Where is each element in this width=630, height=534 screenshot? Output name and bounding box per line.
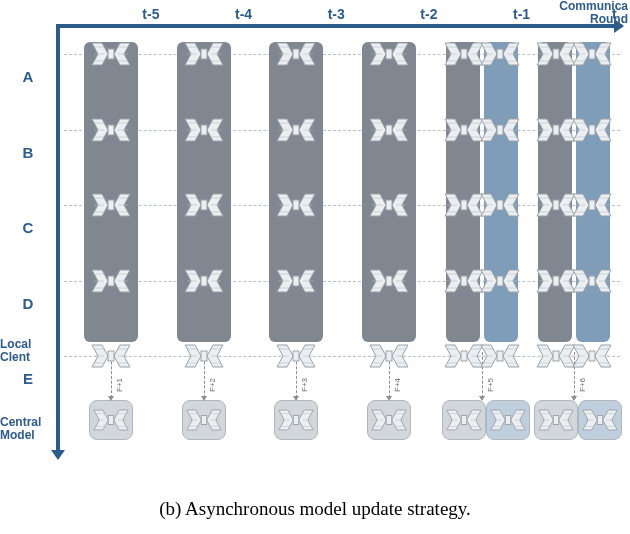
model-icon [368, 343, 410, 369]
model-icon [571, 117, 613, 143]
model-icon [183, 117, 225, 143]
aggregation-label: F+5 [485, 378, 494, 392]
model-icon [183, 268, 225, 294]
model-icon [90, 117, 132, 143]
model-icon [479, 41, 521, 67]
model-icon [90, 343, 132, 369]
svg-rect-2 [108, 415, 113, 424]
model-icon [90, 41, 132, 67]
time-label: t-4 [235, 6, 252, 22]
figure-caption: (b) Asynchronous model update strategy. [0, 498, 630, 520]
model-icon [275, 117, 317, 143]
model-icon [183, 343, 225, 369]
svg-rect-65 [598, 415, 603, 424]
svg-rect-191 [293, 276, 299, 286]
svg-rect-146 [201, 276, 207, 286]
model-icon [90, 192, 132, 218]
client-labels: ABCDE [8, 58, 48, 344]
svg-rect-335 [497, 351, 503, 361]
aggregation-label: F+1 [114, 378, 123, 392]
svg-rect-371 [589, 125, 595, 135]
time-label: t-5 [142, 6, 159, 22]
svg-rect-128 [201, 125, 207, 135]
time-label: t [612, 6, 617, 22]
time-labels: t-5t-4t-3t-2t-1t [60, 6, 622, 24]
client-label: C [8, 219, 48, 236]
model-icon [368, 268, 410, 294]
model-icon [275, 343, 317, 369]
model-icon [479, 268, 521, 294]
client-label: B [8, 143, 48, 160]
svg-rect-362 [553, 125, 559, 135]
svg-rect-281 [497, 125, 503, 135]
model-icon [183, 192, 225, 218]
svg-rect-164 [293, 49, 299, 59]
central-model-box [367, 400, 411, 440]
svg-rect-173 [293, 125, 299, 135]
aggregation-arrow-icon [479, 396, 485, 401]
central-model-box [89, 400, 133, 440]
svg-rect-380 [553, 200, 559, 210]
model-icon [368, 41, 410, 67]
svg-rect-218 [386, 125, 392, 135]
svg-rect-389 [589, 200, 595, 210]
svg-rect-11 [201, 415, 206, 424]
svg-rect-38 [461, 415, 466, 424]
arrow-down-icon [51, 450, 65, 460]
svg-rect-92 [108, 200, 114, 210]
central-model-box [274, 400, 318, 440]
svg-rect-416 [553, 351, 559, 361]
svg-rect-398 [553, 276, 559, 286]
svg-rect-326 [461, 351, 467, 361]
aggregation-arrow-icon [293, 396, 299, 401]
central-model-box [486, 400, 530, 440]
client-label: D [8, 294, 48, 311]
aggregation-arrow-icon [108, 396, 114, 401]
svg-rect-425 [589, 351, 595, 361]
svg-rect-308 [461, 276, 467, 286]
svg-rect-272 [461, 125, 467, 135]
aggregation-arrow-icon [386, 396, 392, 401]
client-label: E [8, 370, 48, 387]
time-label: t-1 [513, 6, 530, 22]
central-model-box [182, 400, 226, 440]
model-icon [275, 41, 317, 67]
svg-rect-227 [386, 200, 392, 210]
svg-rect-344 [553, 49, 559, 59]
aggregation-label: F+3 [300, 378, 309, 392]
svg-rect-83 [108, 125, 114, 135]
aggregation-arrow-icon [571, 396, 577, 401]
svg-rect-155 [201, 351, 207, 361]
svg-rect-236 [386, 276, 392, 286]
model-icon [571, 41, 613, 67]
central-model-label: CentralModel [0, 416, 41, 442]
svg-rect-137 [201, 200, 207, 210]
model-icon [368, 192, 410, 218]
svg-rect-353 [589, 49, 595, 59]
aggregation-label: F+4 [392, 378, 401, 392]
svg-rect-263 [497, 49, 503, 59]
svg-rect-29 [386, 415, 391, 424]
client-label: A [8, 68, 48, 85]
svg-rect-119 [201, 49, 207, 59]
model-icon [571, 343, 613, 369]
model-icon [90, 268, 132, 294]
model-icon [571, 268, 613, 294]
model-icon [571, 192, 613, 218]
model-icon [479, 343, 521, 369]
time-label: t-2 [420, 6, 437, 22]
svg-rect-182 [293, 200, 299, 210]
svg-rect-209 [386, 49, 392, 59]
central-model-box [578, 400, 622, 440]
svg-rect-407 [589, 276, 595, 286]
y-axis [56, 24, 60, 454]
svg-rect-200 [293, 351, 299, 361]
model-icon [479, 117, 521, 143]
grid: F+1 F+2 F+3 F+4 [64, 32, 620, 452]
svg-rect-47 [505, 415, 510, 424]
model-icon [183, 41, 225, 67]
x-axis [56, 24, 622, 28]
svg-rect-245 [386, 351, 392, 361]
diagram-frame: CommunicaRound LocalClent CentralModel t… [20, 10, 622, 464]
central-model-box [534, 400, 578, 440]
